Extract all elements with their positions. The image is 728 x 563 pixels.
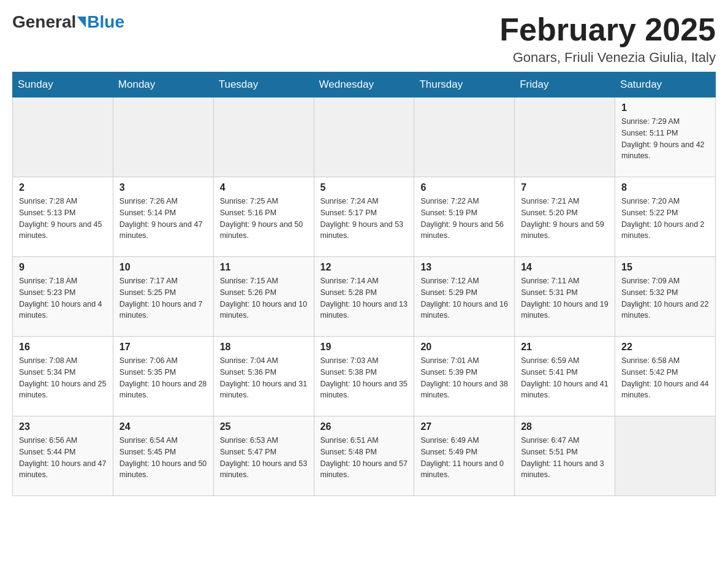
weekday-header-friday: Friday	[515, 72, 615, 98]
calendar-week-2: 2Sunrise: 7:28 AM Sunset: 5:13 PM Daylig…	[13, 177, 716, 257]
calendar-cell: 4Sunrise: 7:25 AM Sunset: 5:16 PM Daylig…	[213, 177, 314, 257]
day-info: Sunrise: 7:20 AM Sunset: 5:22 PM Dayligh…	[621, 196, 709, 242]
calendar-cell: 14Sunrise: 7:11 AM Sunset: 5:31 PM Dayli…	[515, 257, 615, 337]
day-info: Sunrise: 6:54 AM Sunset: 5:45 PM Dayligh…	[119, 435, 207, 481]
day-info: Sunrise: 6:53 AM Sunset: 5:47 PM Dayligh…	[220, 435, 308, 481]
day-number: 4	[220, 182, 308, 193]
day-info: Sunrise: 7:28 AM Sunset: 5:13 PM Dayligh…	[19, 196, 107, 242]
day-number: 14	[521, 262, 609, 273]
calendar-cell: 5Sunrise: 7:24 AM Sunset: 5:17 PM Daylig…	[314, 177, 414, 257]
day-info: Sunrise: 7:11 AM Sunset: 5:31 PM Dayligh…	[521, 275, 609, 321]
day-info: Sunrise: 6:47 AM Sunset: 5:51 PM Dayligh…	[521, 435, 609, 481]
day-info: Sunrise: 6:51 AM Sunset: 5:48 PM Dayligh…	[320, 435, 408, 481]
day-number: 28	[521, 421, 609, 432]
day-number: 18	[220, 342, 308, 353]
calendar-cell: 3Sunrise: 7:26 AM Sunset: 5:14 PM Daylig…	[113, 177, 213, 257]
weekday-header-tuesday: Tuesday	[213, 72, 314, 98]
month-title: February 2025	[499, 12, 716, 47]
calendar-week-3: 9Sunrise: 7:18 AM Sunset: 5:23 PM Daylig…	[13, 257, 716, 337]
day-number: 12	[320, 262, 408, 273]
calendar-body: 1Sunrise: 7:29 AM Sunset: 5:11 PM Daylig…	[13, 98, 716, 496]
day-info: Sunrise: 7:29 AM Sunset: 5:11 PM Dayligh…	[621, 116, 709, 162]
day-number: 22	[621, 342, 709, 353]
day-info: Sunrise: 7:15 AM Sunset: 5:26 PM Dayligh…	[220, 275, 308, 321]
calendar-week-5: 23Sunrise: 6:56 AM Sunset: 5:44 PM Dayli…	[13, 416, 716, 496]
day-number: 16	[19, 342, 107, 353]
calendar-cell	[615, 416, 716, 496]
calendar-cell: 9Sunrise: 7:18 AM Sunset: 5:23 PM Daylig…	[13, 257, 113, 337]
title-section: February 2025 Gonars, Friuli Venezia Giu…	[499, 12, 716, 66]
calendar-cell: 21Sunrise: 6:59 AM Sunset: 5:41 PM Dayli…	[515, 337, 615, 416]
weekday-header-wednesday: Wednesday	[314, 72, 414, 98]
calendar-cell: 22Sunrise: 6:58 AM Sunset: 5:42 PM Dayli…	[615, 337, 716, 416]
day-number: 10	[119, 262, 207, 273]
calendar-week-1: 1Sunrise: 7:29 AM Sunset: 5:11 PM Daylig…	[13, 98, 716, 177]
calendar-cell: 11Sunrise: 7:15 AM Sunset: 5:26 PM Dayli…	[213, 257, 314, 337]
day-info: Sunrise: 6:49 AM Sunset: 5:49 PM Dayligh…	[420, 435, 508, 481]
calendar-week-4: 16Sunrise: 7:08 AM Sunset: 5:34 PM Dayli…	[13, 337, 716, 416]
logo: General Blue	[12, 12, 124, 32]
day-number: 6	[420, 182, 508, 193]
calendar-cell: 2Sunrise: 7:28 AM Sunset: 5:13 PM Daylig…	[13, 177, 113, 257]
day-info: Sunrise: 7:06 AM Sunset: 5:35 PM Dayligh…	[119, 355, 207, 401]
calendar-cell: 13Sunrise: 7:12 AM Sunset: 5:29 PM Dayli…	[414, 257, 515, 337]
calendar-cell: 20Sunrise: 7:01 AM Sunset: 5:39 PM Dayli…	[414, 337, 515, 416]
day-number: 2	[19, 182, 107, 193]
day-info: Sunrise: 7:01 AM Sunset: 5:39 PM Dayligh…	[420, 355, 508, 401]
weekday-header-sunday: Sunday	[13, 72, 113, 98]
calendar-cell: 17Sunrise: 7:06 AM Sunset: 5:35 PM Dayli…	[113, 337, 213, 416]
day-number: 24	[119, 421, 207, 432]
day-number: 11	[220, 262, 308, 273]
calendar-cell: 26Sunrise: 6:51 AM Sunset: 5:48 PM Dayli…	[314, 416, 414, 496]
day-info: Sunrise: 7:04 AM Sunset: 5:36 PM Dayligh…	[220, 355, 308, 401]
day-number: 19	[320, 342, 408, 353]
day-info: Sunrise: 7:24 AM Sunset: 5:17 PM Dayligh…	[320, 196, 408, 242]
calendar-cell: 27Sunrise: 6:49 AM Sunset: 5:49 PM Dayli…	[414, 416, 515, 496]
logo-general-text: General	[12, 12, 76, 32]
day-number: 3	[119, 182, 207, 193]
calendar-cell: 24Sunrise: 6:54 AM Sunset: 5:45 PM Dayli…	[113, 416, 213, 496]
day-info: Sunrise: 7:12 AM Sunset: 5:29 PM Dayligh…	[420, 275, 508, 321]
day-number: 20	[420, 342, 508, 353]
day-number: 15	[621, 262, 709, 273]
location-subtitle: Gonars, Friuli Venezia Giulia, Italy	[499, 50, 716, 66]
day-number: 23	[19, 421, 107, 432]
day-info: Sunrise: 6:59 AM Sunset: 5:41 PM Dayligh…	[521, 355, 609, 401]
weekday-header-saturday: Saturday	[615, 72, 716, 98]
day-number: 13	[420, 262, 508, 273]
day-number: 5	[320, 182, 408, 193]
day-number: 7	[521, 182, 609, 193]
day-number: 21	[521, 342, 609, 353]
calendar-cell: 1Sunrise: 7:29 AM Sunset: 5:11 PM Daylig…	[615, 98, 716, 177]
weekday-header-thursday: Thursday	[414, 72, 515, 98]
day-info: Sunrise: 7:18 AM Sunset: 5:23 PM Dayligh…	[19, 275, 107, 321]
day-info: Sunrise: 7:26 AM Sunset: 5:14 PM Dayligh…	[119, 196, 207, 242]
calendar-cell	[13, 98, 113, 177]
calendar-cell	[113, 98, 213, 177]
calendar-cell	[314, 98, 414, 177]
day-info: Sunrise: 7:17 AM Sunset: 5:25 PM Dayligh…	[119, 275, 207, 321]
calendar-header: SundayMondayTuesdayWednesdayThursdayFrid…	[13, 72, 716, 98]
calendar-cell: 23Sunrise: 6:56 AM Sunset: 5:44 PM Dayli…	[13, 416, 113, 496]
calendar-cell	[515, 98, 615, 177]
day-info: Sunrise: 7:14 AM Sunset: 5:28 PM Dayligh…	[320, 275, 408, 321]
day-number: 26	[320, 421, 408, 432]
day-number: 27	[420, 421, 508, 432]
calendar-cell	[414, 98, 515, 177]
day-info: Sunrise: 6:56 AM Sunset: 5:44 PM Dayligh…	[19, 435, 107, 481]
weekday-header-monday: Monday	[113, 72, 213, 98]
calendar-table: SundayMondayTuesdayWednesdayThursdayFrid…	[12, 72, 716, 496]
calendar-cell	[213, 98, 314, 177]
day-number: 25	[220, 421, 308, 432]
day-info: Sunrise: 7:09 AM Sunset: 5:32 PM Dayligh…	[621, 275, 709, 321]
calendar-cell: 6Sunrise: 7:22 AM Sunset: 5:19 PM Daylig…	[414, 177, 515, 257]
calendar-cell: 25Sunrise: 6:53 AM Sunset: 5:47 PM Dayli…	[213, 416, 314, 496]
day-number: 17	[119, 342, 207, 353]
weekday-header-row: SundayMondayTuesdayWednesdayThursdayFrid…	[13, 72, 716, 98]
page-header: General Blue February 2025 Gonars, Friul…	[12, 12, 716, 66]
calendar-cell: 19Sunrise: 7:03 AM Sunset: 5:38 PM Dayli…	[314, 337, 414, 416]
calendar-cell: 12Sunrise: 7:14 AM Sunset: 5:28 PM Dayli…	[314, 257, 414, 337]
day-info: Sunrise: 7:22 AM Sunset: 5:19 PM Dayligh…	[420, 196, 508, 242]
day-info: Sunrise: 7:21 AM Sunset: 5:20 PM Dayligh…	[521, 196, 609, 242]
day-info: Sunrise: 6:58 AM Sunset: 5:42 PM Dayligh…	[621, 355, 709, 401]
